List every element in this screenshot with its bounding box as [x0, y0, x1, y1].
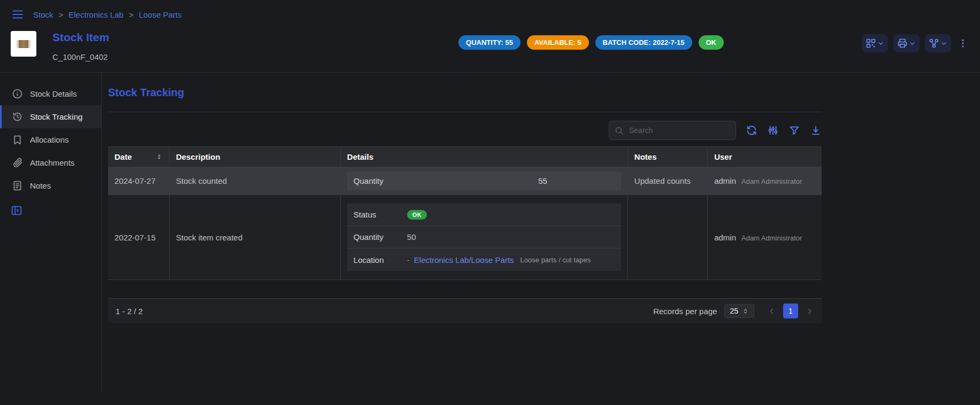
stock-actions-button[interactable]	[925, 34, 951, 52]
main-panel: Stock Tracking	[102, 73, 822, 392]
menu-icon[interactable]	[11, 7, 25, 21]
file-text-icon	[12, 180, 23, 191]
chevron-down-icon	[877, 40, 884, 47]
page-number-button[interactable]: 1	[783, 303, 798, 318]
header-toolbar	[862, 34, 969, 52]
part-thumbnail[interactable]	[11, 31, 36, 57]
stock-operations-icon	[929, 38, 939, 49]
sidebar-item-label: Notes	[30, 181, 51, 190]
cell-notes	[627, 195, 707, 280]
location-dash: -	[407, 255, 410, 264]
history-icon	[12, 111, 23, 122]
breadcrumb-electronics-lab[interactable]: Electronics Lab	[68, 10, 124, 19]
detail-value: 55	[538, 176, 547, 185]
footer-controls: Records per page 25 1	[653, 303, 814, 318]
column-header-details[interactable]: Details	[340, 147, 627, 167]
cell-description: Stock counted	[170, 167, 341, 195]
available-badge: AVAILABLE: 5	[527, 35, 589, 50]
sidebar-item-allocations[interactable]: Allocations	[0, 128, 101, 151]
top-bar: Stock > Electronics Lab > Loose Parts	[0, 0, 980, 26]
user-fullname: Adam Administrator	[741, 234, 802, 242]
location-description: Loose parts / cut tapes	[520, 256, 591, 264]
sidebar-item-label: Allocations	[30, 135, 69, 144]
column-header-user[interactable]: User	[708, 147, 822, 167]
status-ok-badge: OK	[699, 35, 724, 50]
detail-quantity-row: Quantity 50	[347, 226, 621, 248]
more-actions-icon[interactable]	[956, 35, 969, 52]
search-icon	[615, 126, 624, 135]
info-icon	[12, 88, 23, 99]
breadcrumb: Stock > Electronics Lab > Loose Parts	[33, 10, 182, 19]
detail-value: 50	[407, 232, 416, 242]
table-row[interactable]: 2024-07-27 Stock counted Quantity 55 Upd…	[108, 167, 822, 195]
cell-details: Status OK Quantity 50 Location - Electro…	[340, 195, 627, 280]
barcode-actions-button[interactable]	[862, 34, 888, 52]
username: admin	[714, 176, 736, 185]
column-header-notes[interactable]: Notes	[627, 147, 707, 167]
cell-description: Stock item created	[170, 195, 341, 280]
part-name: C_100nF_0402	[52, 52, 109, 61]
filter-icon[interactable]	[788, 124, 800, 136]
detail-location-row: Location - Electronics Lab/Loose Parts L…	[347, 248, 621, 271]
record-range: 1 - 2 / 2	[116, 307, 143, 316]
status-badges: QUANTITY: 55 AVAILABLE: 5 BATCH CODE: 20…	[458, 35, 724, 50]
records-per-page-value: 25	[730, 307, 738, 315]
sidebar-item-label: Stock Details	[30, 89, 77, 98]
batch-code-badge: BATCH CODE: 2022-7-15	[595, 35, 692, 50]
printer-icon	[897, 38, 908, 49]
status-ok-badge: OK	[407, 210, 427, 220]
quantity-badge: QUANTITY: 55	[458, 35, 520, 50]
section-title: Stock Tracking	[108, 87, 822, 99]
cell-user: admin Adam Administrator	[708, 167, 822, 195]
breadcrumb-separator: >	[129, 10, 134, 19]
user-fullname: Adam Administrator	[741, 177, 802, 185]
detail-key: Status	[354, 210, 407, 219]
capacitor-image	[17, 40, 30, 48]
detail-key: Quantity	[354, 176, 384, 185]
search-box	[609, 121, 736, 140]
username: admin	[714, 233, 736, 242]
sidebar-collapse-row	[0, 197, 101, 218]
cell-user: admin Adam Administrator	[708, 195, 822, 280]
content-area: Stock Details Stock Tracking Allocations…	[0, 73, 980, 392]
breadcrumb-loose-parts[interactable]: Loose Parts	[139, 10, 182, 19]
search-input[interactable]	[628, 126, 730, 135]
chevron-down-icon	[909, 40, 916, 47]
next-page-icon[interactable]	[805, 307, 814, 316]
table-settings-icon[interactable]	[767, 124, 779, 136]
refresh-icon[interactable]	[746, 124, 757, 136]
detail-key: Quantity	[354, 232, 407, 242]
breadcrumb-stock[interactable]: Stock	[33, 10, 53, 19]
previous-page-icon[interactable]	[767, 307, 776, 316]
records-per-page-label: Records per page	[653, 307, 717, 316]
sidebar-item-label: Attachments	[30, 158, 74, 167]
print-actions-button[interactable]	[893, 34, 920, 52]
records-per-page-select[interactable]: 25	[724, 304, 754, 318]
sort-icon[interactable]	[156, 153, 163, 160]
detail-sub-table: Status OK Quantity 50 Location - Electro…	[347, 204, 621, 271]
page-title: Stock Item	[52, 31, 109, 44]
sidebar-item-notes[interactable]: Notes	[0, 174, 101, 197]
cell-date: 2024-07-27	[108, 167, 170, 195]
column-header-date[interactable]: Date	[108, 147, 170, 167]
breadcrumb-separator: >	[59, 10, 64, 19]
section-divider	[108, 112, 822, 112]
pagination: 1	[767, 303, 814, 318]
sidebar: Stock Details Stock Tracking Allocations…	[0, 73, 102, 392]
sidebar-item-label: Stock Tracking	[30, 112, 82, 121]
qr-code-icon	[866, 38, 876, 49]
cell-date: 2022-07-15	[108, 195, 170, 280]
sidebar-item-stock-tracking[interactable]: Stock Tracking	[0, 105, 101, 128]
sidebar-item-stock-details[interactable]: Stock Details	[0, 82, 101, 105]
paperclip-icon	[12, 157, 23, 168]
sidebar-item-attachments[interactable]: Attachments	[0, 151, 101, 174]
table-row[interactable]: 2022-07-15 Stock item created Status OK …	[108, 195, 822, 280]
chevron-down-icon	[940, 40, 947, 47]
cell-notes: Updated counts	[627, 167, 707, 195]
table-header-row: Date Description Details Notes User	[108, 147, 822, 167]
collapse-sidebar-icon[interactable]	[11, 205, 22, 216]
location-link[interactable]: Electronics Lab/Loose Parts	[414, 255, 514, 264]
download-icon[interactable]	[810, 124, 822, 136]
column-header-description[interactable]: Description	[170, 147, 341, 167]
stock-tracking-table: Date Description Details Notes User 20	[108, 146, 822, 280]
